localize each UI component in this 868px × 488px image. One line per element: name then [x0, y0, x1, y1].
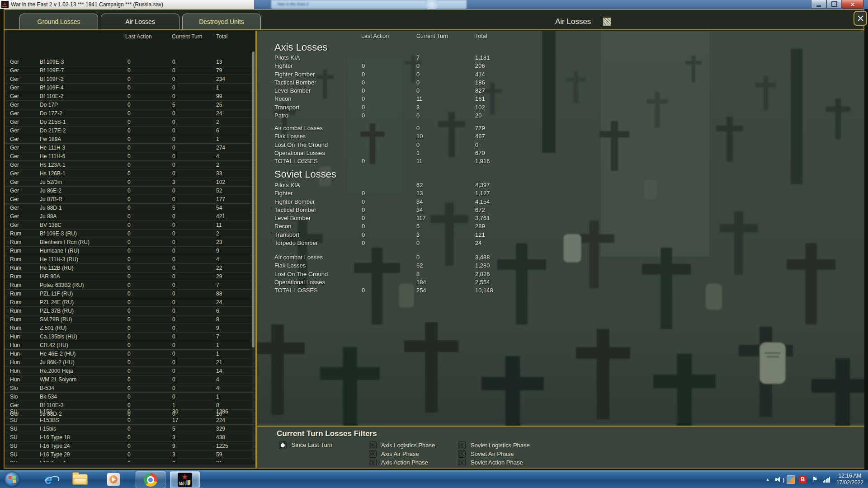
total-value: 1,181 — [475, 54, 490, 61]
aircraft-name-cell: PZL 37B (RU) — [40, 308, 74, 314]
phase-label[interactable]: Axis Logistics Phase — [381, 442, 435, 449]
tab[interactable]: Air Losses — [101, 14, 179, 29]
close-screen-button[interactable] — [854, 11, 867, 26]
internet-explorer-button[interactable]: e — [38, 472, 59, 487]
col-header-current-turn: Current Turn — [172, 33, 202, 40]
table-scrollbar[interactable] — [252, 52, 255, 460]
loss-stat-row: Tactical Bomber 0 34 672 — [257, 206, 664, 214]
phase-label[interactable]: Soviet Action Phase — [471, 459, 523, 466]
aircraft-loss-row: Ger Bf 109E-7 0 0 79 — [5, 66, 255, 75]
total-cell: 234 — [216, 76, 225, 82]
loss-stat-row: Fighter Bomber 0 84 4,154 — [257, 197, 664, 206]
stat-label: Transport — [274, 104, 299, 111]
maximize-button[interactable] — [826, 0, 842, 9]
hidden-icons-arrow[interactable]: ▲ — [762, 474, 773, 485]
phase-label[interactable]: Axis Action Phase — [381, 459, 428, 466]
last-action-value: 0 — [362, 206, 365, 213]
last-action-value: 0 — [362, 215, 365, 221]
aircraft-loss-row: Ger Do 17P 0 5 25 — [5, 101, 255, 109]
aircraft-loss-row: Rum PZL 37B (RU) 0 0 6 — [5, 307, 255, 315]
aircraft-loss-row: Rum PZL 24E (RU) 0 0 24 — [5, 298, 255, 307]
b-app-icon[interactable]: B — [797, 474, 808, 485]
col-header-last-action: Last Action — [125, 33, 152, 40]
current-turn-cell: 0 — [172, 162, 175, 168]
media-player-button[interactable] — [103, 472, 124, 487]
phase-label[interactable]: Soviet Logistics Phase — [471, 442, 530, 449]
nation-cell: Ger — [10, 136, 19, 142]
total-cell: 438 — [216, 434, 225, 441]
network-signal-icon[interactable] — [821, 474, 832, 485]
phase-label[interactable]: Soviet Air Phase — [471, 450, 514, 457]
start-button[interactable] — [5, 472, 20, 487]
current-turn-cell: 9 — [172, 443, 175, 449]
stat-label: Tactical Bomber — [274, 206, 316, 213]
current-turn-value: 0 — [416, 125, 420, 131]
nation-cell: Rum — [10, 256, 21, 263]
since-last-turn-radio[interactable] — [279, 441, 287, 449]
loss-stat-row: Operational Losses 1 670 — [257, 149, 664, 157]
aircraft-loss-row: Rum IAR 80A 0 0 29 — [5, 272, 255, 281]
col-header-last-action: Last Action — [361, 33, 389, 39]
nation-cell: Slo — [10, 385, 18, 391]
close-window-button[interactable]: × — [842, 0, 863, 9]
aircraft-name-cell: I-15bis — [40, 426, 56, 432]
minimize-button[interactable] — [811, 0, 826, 9]
phase-checkbox[interactable] — [369, 459, 377, 466]
action-center-flag-icon[interactable]: ⚑ — [809, 474, 820, 485]
total-value: 670 — [475, 150, 485, 156]
current-turn-cell: 0 — [172, 153, 175, 160]
phase-checkbox[interactable] — [369, 450, 377, 458]
last-action-cell: 0 — [127, 408, 131, 415]
speaker-icon[interactable] — [774, 474, 785, 485]
axis-losses-title: Axis Losses — [274, 42, 327, 53]
current-turn-value: 5 — [416, 223, 420, 230]
current-turn-cell: 17 — [172, 417, 178, 423]
last-action-cell: 0 — [127, 188, 131, 194]
since-last-turn-label[interactable]: Since Last Turn — [292, 441, 332, 448]
report-chart-icon[interactable] — [603, 18, 611, 26]
total-cell: 14 — [216, 368, 222, 374]
tab-bar-divider — [4, 29, 864, 30]
table-scrollbar-thumb[interactable] — [252, 52, 255, 347]
aircraft-name-cell: PZL 11F (RU) — [40, 291, 73, 297]
current-turn-value: 3 — [416, 231, 420, 238]
total-cell: 274 — [216, 145, 225, 151]
aircraft-loss-row: Hun He 46E-2 (HU) 0 0 1 — [5, 350, 255, 358]
current-turn-cell: 30 — [172, 408, 178, 415]
aircraft-loss-row: Ger Hs 126B-1 0 0 33 — [5, 169, 255, 178]
current-turn-value: 184 — [416, 279, 426, 286]
aircraft-name-cell: Ju 88D-1 — [40, 205, 62, 211]
total-cell: 1 — [216, 84, 219, 91]
tab[interactable]: Ground Losses — [19, 14, 98, 29]
current-turn-cell: 0 — [172, 308, 175, 314]
aircraft-name-cell: I-153BS — [40, 417, 59, 423]
taskbar: e ★WiT ▲ B ⚑ 12:16 AM 17/02/2 — [0, 470, 868, 488]
tab[interactable]: Destroyed Units — [182, 14, 261, 29]
window-controls: × — [811, 0, 863, 9]
file-explorer-button[interactable] — [70, 472, 90, 487]
phase-checkbox[interactable] — [458, 441, 466, 449]
wite-game-icon: ★WiT — [178, 473, 192, 487]
aircraft-loss-row: SU I-153 0 30 1286 — [5, 408, 255, 416]
aircraft-loss-row: Ger Do 215B-1 0 0 2 — [5, 118, 255, 127]
app-tray-icon[interactable] — [786, 474, 797, 485]
chrome-button[interactable] — [136, 471, 165, 488]
current-turn-cell: 0 — [172, 342, 175, 348]
nation-cell: Rum — [10, 291, 21, 297]
current-turn-value: 11 — [416, 95, 423, 102]
phase-checkbox[interactable] — [458, 450, 466, 458]
loss-stat-row: Fighter 0 13 1,127 — [257, 189, 664, 197]
nation-cell: SU — [10, 417, 18, 423]
nation-cell: Ger — [10, 196, 19, 202]
taskbar-clock[interactable]: 12:16 AM 17/02/2022 — [836, 473, 863, 486]
phase-label[interactable]: Axis Air Phase — [381, 450, 419, 457]
phase-checkbox[interactable] — [458, 459, 466, 466]
wite-game-button[interactable]: ★WiT — [170, 471, 200, 488]
current-turn-cell: 0 — [172, 136, 175, 142]
total-value: 0 — [475, 141, 478, 148]
phase-checkbox[interactable] — [369, 441, 377, 449]
nation-cell: Rum — [10, 308, 21, 314]
current-turn-cell: 0 — [172, 230, 175, 237]
total-value: 1,127 — [475, 190, 490, 197]
aircraft-name-cell: Bf 109E-3 (RU) — [40, 230, 77, 237]
